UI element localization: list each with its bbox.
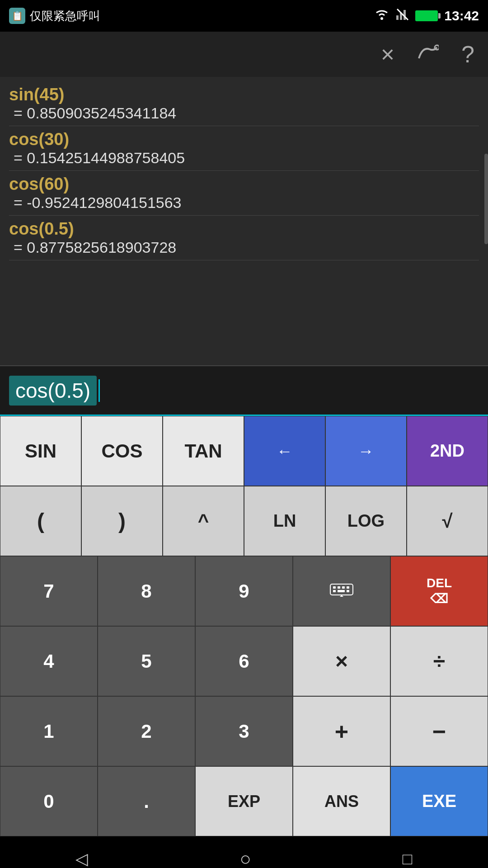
power-button[interactable]: ^ — [163, 486, 244, 556]
keyboard-toggle-button[interactable] — [293, 556, 390, 626]
multiply-button[interactable]: × — [293, 626, 390, 696]
input-cursor — [99, 379, 100, 402]
key-row-1: SIN COS TAN ← → 2ND — [0, 416, 488, 486]
help-button[interactable]: ? — [461, 41, 474, 68]
key-row-4: 4 5 6 × ÷ — [0, 626, 488, 696]
history-area: sin(45) = 0.8509035245341184 cos(30) = 0… — [0, 77, 488, 366]
carrier-label: 仅限紧急呼叫 — [30, 8, 100, 24]
history-entry-3: cos(60) = -0.9524129804151563 — [9, 171, 479, 216]
history-expr-4: cos(0.5) — [9, 219, 479, 239]
toolbar: × ? — [0, 32, 488, 77]
key-0[interactable]: 0 — [0, 766, 98, 836]
dot-button[interactable]: . — [98, 766, 195, 836]
plus-button[interactable]: + — [293, 696, 390, 766]
key-3[interactable]: 3 — [195, 696, 293, 766]
status-bar: 📋 仅限紧急呼叫 13:42 — [0, 0, 488, 32]
sin-button[interactable]: SIN — [0, 416, 81, 486]
history-entry-2: cos(30) = 0.15425144988758405 — [9, 126, 479, 171]
keyboard: SIN COS TAN ← → 2ND ( ) ^ LN LOG √ 7 8 9 — [0, 416, 488, 836]
close-button[interactable]: × — [381, 41, 394, 68]
input-display[interactable]: cos(0.5) — [0, 366, 488, 416]
settings-icon[interactable] — [417, 43, 439, 66]
exe-button[interactable]: EXE — [390, 766, 488, 836]
battery-icon — [415, 10, 438, 21]
key-8[interactable]: 8 — [98, 556, 195, 626]
nav-bar: ◁ ○ □ — [0, 836, 488, 868]
sqrt-button[interactable]: √ — [407, 486, 488, 556]
left-arrow-button[interactable]: ← — [244, 416, 325, 486]
exp-button[interactable]: EXP — [195, 766, 293, 836]
history-result-3: = -0.9524129804151563 — [9, 194, 479, 212]
history-entry-4: cos(0.5) = 0.8775825618903728 — [9, 216, 479, 260]
svg-rect-9 — [342, 586, 345, 589]
scroll-indicator[interactable] — [484, 154, 488, 244]
key-row-3: 7 8 9 DEL ⌫ — [0, 556, 488, 626]
history-result-1: = 0.8509035245341184 — [9, 104, 479, 122]
minus-button[interactable]: − — [390, 696, 488, 766]
del-button[interactable]: DEL ⌫ — [390, 556, 488, 626]
2nd-button[interactable]: 2ND — [407, 416, 488, 486]
svg-rect-8 — [338, 586, 340, 589]
divide-button[interactable]: ÷ — [390, 626, 488, 696]
key-row-2: ( ) ^ LN LOG √ — [0, 486, 488, 556]
right-arrow-button[interactable]: → — [325, 416, 407, 486]
key-row-5: 1 2 3 + − — [0, 696, 488, 766]
ln-button[interactable]: LN — [244, 486, 325, 556]
input-text[interactable]: cos(0.5) — [9, 376, 97, 406]
key-5[interactable]: 5 — [98, 626, 195, 696]
key-7[interactable]: 7 — [0, 556, 98, 626]
history-result-4: = 0.8775825618903728 — [9, 239, 479, 256]
svg-rect-7 — [333, 586, 336, 589]
log-button[interactable]: LOG — [325, 486, 407, 556]
wifi-icon — [374, 8, 390, 24]
key-1[interactable]: 1 — [0, 696, 98, 766]
svg-point-0 — [380, 17, 383, 20]
svg-line-4 — [397, 9, 408, 20]
svg-rect-1 — [396, 15, 399, 20]
paren-close-button[interactable]: ) — [81, 486, 163, 556]
cos-button[interactable]: COS — [81, 416, 163, 486]
svg-rect-12 — [338, 590, 345, 592]
history-result-2: = 0.15425144988758405 — [9, 149, 479, 167]
back-button[interactable]: ◁ — [75, 849, 88, 868]
recents-button[interactable]: □ — [403, 849, 413, 868]
svg-rect-6 — [330, 584, 353, 595]
tan-button[interactable]: TAN — [163, 416, 244, 486]
key-2[interactable]: 2 — [98, 696, 195, 766]
paren-open-button[interactable]: ( — [0, 486, 81, 556]
key-4[interactable]: 4 — [0, 626, 98, 696]
ans-button[interactable]: ANS — [293, 766, 390, 836]
svg-rect-13 — [347, 590, 349, 592]
key-9[interactable]: 9 — [195, 556, 293, 626]
svg-rect-11 — [333, 590, 336, 592]
history-expr-3: cos(60) — [9, 175, 479, 194]
svg-rect-10 — [347, 586, 349, 589]
home-button[interactable]: ○ — [239, 848, 251, 868]
notification-icon: 📋 — [9, 8, 25, 24]
key-6[interactable]: 6 — [195, 626, 293, 696]
signal-icon — [396, 8, 409, 24]
key-row-6: 0 . EXP ANS EXE — [0, 766, 488, 836]
history-entry-1: sin(45) = 0.8509035245341184 — [9, 81, 479, 126]
history-expr-2: cos(30) — [9, 130, 479, 149]
time-display: 13:42 — [444, 8, 479, 24]
history-expr-1: sin(45) — [9, 85, 479, 104]
